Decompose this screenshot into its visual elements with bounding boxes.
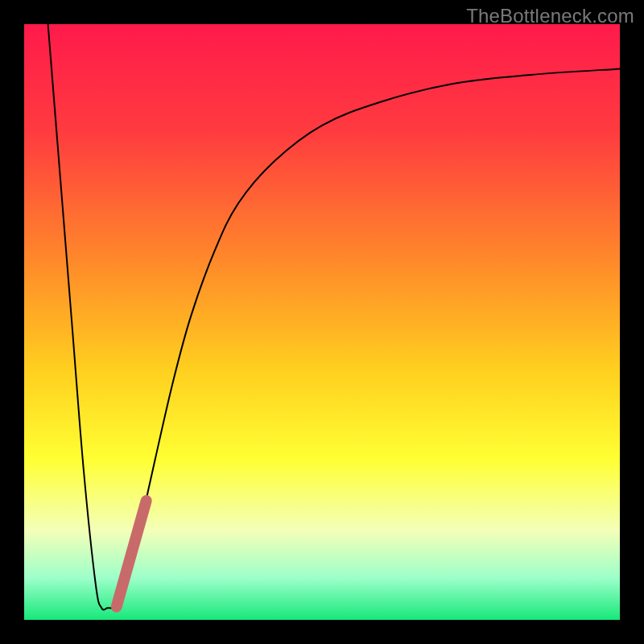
chart-frame: TheBottleneck.com	[0, 0, 644, 644]
plot-area	[24, 24, 620, 620]
watermark-text: TheBottleneck.com	[466, 5, 634, 27]
chart-svg	[24, 24, 620, 620]
gradient-background	[24, 24, 620, 620]
